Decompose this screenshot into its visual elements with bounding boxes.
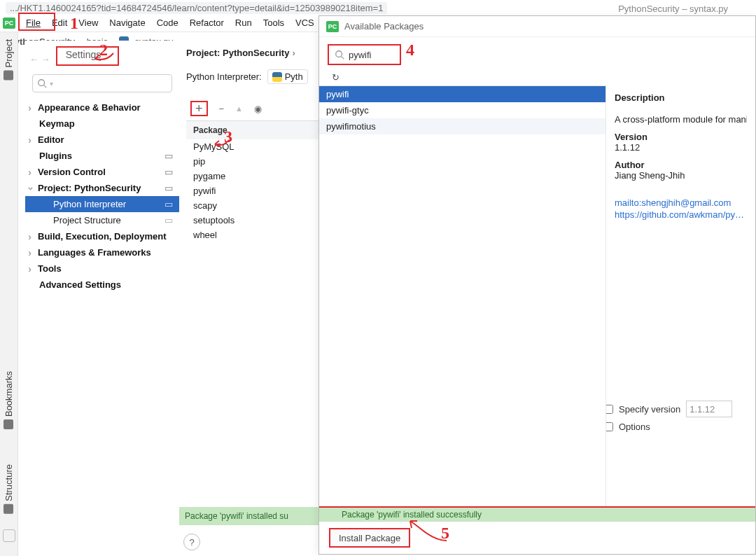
dialog-title: Available Packages xyxy=(344,21,424,32)
window-title: PythonSecurity – syntax.py xyxy=(618,4,728,14)
tree-vcs[interactable]: Version Control▭ xyxy=(25,164,179,180)
menu-run[interactable]: Run xyxy=(230,16,257,29)
menu-code[interactable]: Code xyxy=(152,16,183,29)
search-icon xyxy=(37,78,47,88)
tree-build[interactable]: Build, Execution, Deployment xyxy=(25,228,179,244)
tree-tools[interactable]: Tools xyxy=(25,260,179,277)
version-label: Version xyxy=(615,132,747,142)
settings-badge-icon: ▭ xyxy=(164,151,174,161)
refresh-icon: ↻ xyxy=(332,72,340,83)
list-item[interactable]: pywifi xyxy=(319,86,606,102)
app-icon: PC xyxy=(326,21,339,32)
options-label: Options xyxy=(619,422,650,432)
tool-project[interactable]: Project xyxy=(4,39,14,80)
tree-plugins[interactable]: Plugins▭ xyxy=(25,148,179,164)
menu-navigate[interactable]: Navigate xyxy=(104,16,150,29)
settings-title: Settings xyxy=(56,46,119,66)
specify-version-label: Specify version xyxy=(619,404,680,415)
menu-tools[interactable]: Tools xyxy=(258,16,289,29)
version-value: 1.1.12 xyxy=(615,142,747,153)
svg-line-1 xyxy=(44,85,47,88)
tree-advanced[interactable]: Advanced Settings xyxy=(25,277,179,293)
upgrade-package-button[interactable]: ▲ xyxy=(235,104,243,113)
author-label: Author xyxy=(615,160,747,170)
settings-badge-icon: ▭ xyxy=(164,167,174,177)
tree-editor[interactable]: Editor xyxy=(25,132,179,148)
specify-version-field[interactable] xyxy=(686,401,732,417)
search-icon xyxy=(335,50,344,60)
bookmark-icon xyxy=(4,419,14,429)
tool-window-button[interactable] xyxy=(3,529,15,542)
svg-point-2 xyxy=(336,51,342,57)
specify-version-checkbox[interactable] xyxy=(606,405,613,414)
interpreter-label: Python Interpreter: xyxy=(186,71,262,82)
app-icon: PC xyxy=(3,18,15,29)
install-package-button[interactable]: Install Package xyxy=(329,528,410,548)
list-item[interactable]: pywifimotius xyxy=(319,118,606,134)
tree-project-structure[interactable]: Project Structure▭ xyxy=(25,212,179,228)
settings-badge-icon: ▭ xyxy=(164,183,174,193)
tree-project[interactable]: Project: PythonSecurity▭ xyxy=(25,180,179,196)
package-search-input[interactable]: pywifi xyxy=(328,44,401,65)
menu-file[interactable]: File xyxy=(21,16,46,29)
svg-point-0 xyxy=(38,80,45,86)
svg-line-3 xyxy=(342,57,344,60)
interpreter-dropdown[interactable]: Pyth xyxy=(267,69,308,84)
add-package-button[interactable]: + xyxy=(190,101,208,116)
tool-bookmarks[interactable]: Bookmarks xyxy=(4,371,14,429)
settings-badge-icon: ▭ xyxy=(164,216,174,225)
structure-icon xyxy=(4,504,14,514)
tree-lang[interactable]: Languages & Frameworks xyxy=(25,244,179,260)
tree-appearance[interactable]: Appearance & Behavior xyxy=(25,99,179,116)
menu-view[interactable]: View xyxy=(74,16,103,29)
mail-link[interactable]: mailto:shengjhih@gmail.com xyxy=(615,197,747,208)
install-success-banner: Package 'pywifi' installed successfully xyxy=(319,506,755,522)
author-value: Jiang Sheng-Jhih xyxy=(615,170,747,181)
show-early-button[interactable]: ◉ xyxy=(254,104,262,114)
help-button[interactable]: ? xyxy=(183,534,200,550)
browser-tab: .../HKT1.1460024165?tid=14684724546/lear… xyxy=(6,2,387,14)
available-packages-dialog: PC Available Packages pywifi ↻ pywifi py… xyxy=(318,15,756,555)
options-checkbox[interactable] xyxy=(606,422,613,431)
description-text: A cross-platform module for manipu xyxy=(615,114,747,125)
settings-tree: Appearance & Behavior Keymap Editor Plug… xyxy=(25,99,179,293)
package-list: pywifi pywifi-gtyc pywifimotius xyxy=(319,85,606,506)
menu-vcs[interactable]: VCS xyxy=(290,16,319,29)
settings-badge-icon: ▭ xyxy=(164,200,174,209)
settings-search[interactable]: ▾ xyxy=(32,74,172,92)
folder-icon xyxy=(4,70,14,80)
menu-refactor[interactable]: Refactor xyxy=(185,16,229,29)
list-item[interactable]: pywifi-gtyc xyxy=(319,102,606,118)
menu-edit[interactable]: Edit xyxy=(47,16,72,29)
description-label: Description xyxy=(615,92,747,103)
remove-package-button[interactable]: − xyxy=(219,104,225,114)
python-icon xyxy=(272,72,282,82)
refresh-button[interactable]: ↻ xyxy=(319,69,755,85)
tree-python-interpreter[interactable]: Python Interpreter▭ xyxy=(25,196,179,212)
tool-structure[interactable]: Structure xyxy=(4,464,14,514)
repo-link[interactable]: https://github.com/awkman/pywifi xyxy=(615,209,747,220)
tree-keymap[interactable]: Keymap xyxy=(25,116,179,132)
